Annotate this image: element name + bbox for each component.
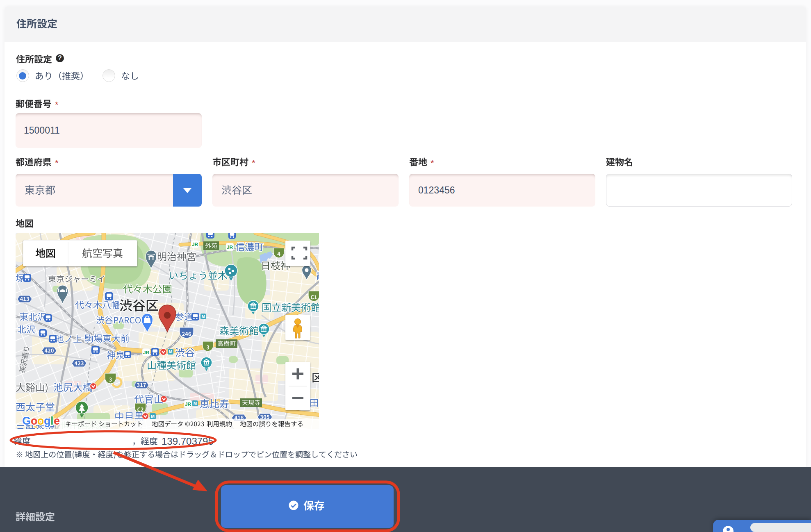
svg-text:G: G	[22, 415, 31, 427]
svg-text:JR: JR	[143, 350, 150, 355]
svg-text:M: M	[169, 350, 172, 354]
svg-text:M: M	[151, 414, 155, 419]
svg-text:JR: JR	[227, 244, 233, 250]
svg-text:M: M	[194, 401, 197, 406]
svg-text:JR: JR	[185, 401, 191, 407]
svg-text:o: o	[31, 415, 38, 427]
svg-text:M: M	[202, 314, 205, 319]
svg-text:e: e	[54, 415, 60, 427]
svg-text:JR: JR	[192, 241, 198, 247]
svg-text:l: l	[50, 415, 54, 427]
svg-text:g: g	[44, 415, 51, 427]
svg-text:o: o	[37, 415, 44, 427]
